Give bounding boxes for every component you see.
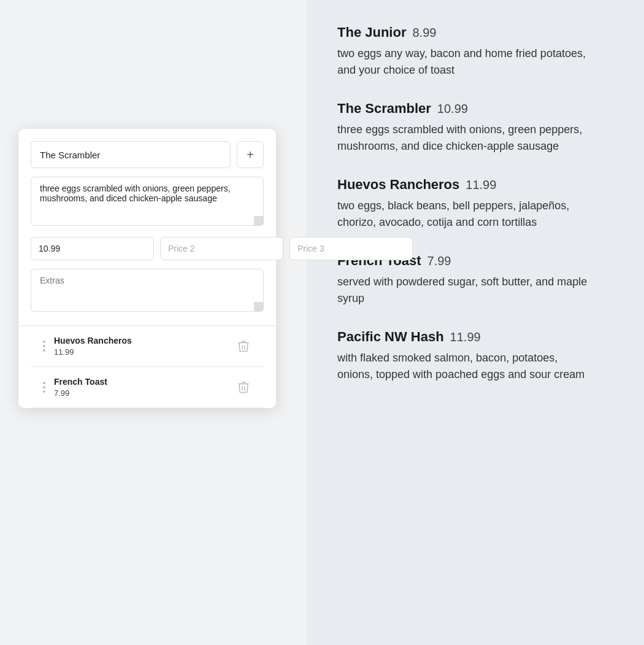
menu-item-desc: two eggs, black beans, bell peppers, jal… (337, 198, 595, 231)
editor-top-row: + (31, 141, 264, 168)
drag-dots (43, 341, 45, 352)
menu-item-title-row: The Junior 8.99 (337, 25, 613, 41)
drag-handle[interactable] (43, 341, 45, 352)
drag-dot (43, 390, 45, 393)
item-name: French Toast (54, 377, 227, 387)
drag-dots (43, 382, 45, 393)
menu-item-entry: French Toast 7.99 served with powdered s… (337, 253, 613, 307)
menu-item-entry: Pacific NW Hash 11.99 with flaked smoked… (337, 329, 613, 383)
price2-input[interactable] (160, 237, 283, 260)
list-item: French Toast 7.99 (31, 367, 264, 408)
item-name: Huevos Rancheros (54, 336, 227, 346)
plus-icon: + (247, 148, 254, 162)
item-info: French Toast 7.99 (54, 377, 227, 398)
menu-item-price: 7.99 (427, 254, 451, 268)
menu-item-desc: two eggs any way, bacon and home fried p… (337, 45, 595, 79)
menu-item-name: Pacific NW Hash (337, 329, 444, 345)
drag-dot (43, 382, 45, 384)
menu-item-desc: served with powdered sugar, soft butter,… (337, 274, 595, 307)
drag-dot (43, 341, 45, 343)
item-info: Huevos Rancheros 11.99 (54, 336, 227, 357)
left-panel: + three eggs scrambled with onions, gree… (0, 0, 307, 645)
menu-item-entry: The Junior 8.99 two eggs any way, bacon … (337, 25, 613, 79)
item-price: 7.99 (54, 388, 227, 398)
trash-icon (238, 340, 249, 352)
description-textarea[interactable]: three eggs scrambled with onions, green … (31, 177, 264, 226)
extras-textarea[interactable] (31, 269, 264, 312)
menu-item-desc: with flaked smoked salmon, bacon, potato… (337, 350, 595, 383)
list-item: Huevos Rancheros 11.99 (31, 326, 264, 367)
drag-dot (43, 349, 45, 352)
menu-item-name: Huevos Rancheros (337, 177, 459, 193)
drag-handle[interactable] (43, 382, 45, 393)
menu-item-price: 8.99 (412, 26, 436, 40)
drag-dot (43, 345, 45, 347)
menu-item-title-row: Pacific NW Hash 11.99 (337, 329, 613, 345)
menu-item-desc: three eggs scrambled with onions, green … (337, 122, 595, 155)
menu-item-name: The Junior (337, 25, 406, 41)
menu-item-price: 11.99 (466, 178, 496, 192)
add-button[interactable]: + (237, 141, 264, 168)
delete-button[interactable] (236, 379, 251, 396)
menu-item-entry: Huevos Rancheros 11.99 two eggs, black b… (337, 177, 613, 231)
menu-item-title-row: The Scrambler 10.99 (337, 101, 613, 117)
price3-input[interactable] (289, 237, 413, 260)
price-row (31, 237, 264, 260)
editor-card: + three eggs scrambled with onions, gree… (18, 129, 276, 408)
menu-item-entry: The Scrambler 10.99 three eggs scrambled… (337, 101, 613, 155)
drag-dot (43, 386, 45, 388)
menu-item-title-row: Huevos Rancheros 11.99 (337, 177, 613, 193)
list-items-container: Huevos Rancheros 11.99 (31, 326, 264, 408)
delete-button[interactable] (236, 338, 251, 355)
right-panel: The Junior 8.99 two eggs any way, bacon … (307, 0, 644, 645)
price1-input[interactable] (31, 237, 154, 260)
trash-icon (238, 381, 249, 393)
item-price: 11.99 (54, 347, 227, 357)
item-name-input[interactable] (31, 141, 231, 168)
menu-item-name: The Scrambler (337, 101, 431, 117)
menu-item-price: 10.99 (437, 102, 468, 116)
menu-item-price: 11.99 (450, 330, 481, 344)
